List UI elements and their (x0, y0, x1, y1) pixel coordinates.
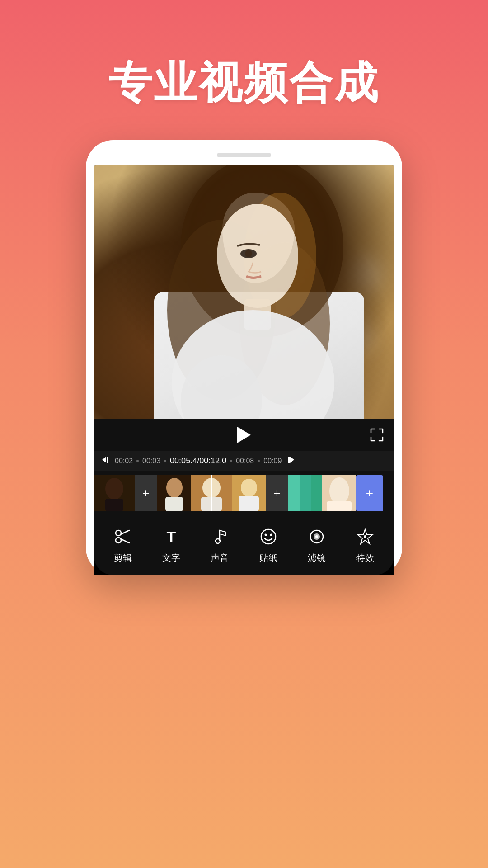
svg-point-41 (270, 534, 272, 536)
tool-text[interactable]: T 文字 (160, 525, 183, 564)
svg-line-36 (121, 539, 129, 543)
svg-text:T: T (167, 528, 176, 545)
timeline-mark-3: 00:03 (142, 457, 160, 465)
timeline-skip-back[interactable] (101, 455, 111, 467)
timeline-skip-forward[interactable] (285, 455, 295, 467)
timeline-mark-2: 00:02 (115, 457, 133, 465)
controls-bar (94, 419, 394, 451)
clip-item-4[interactable] (232, 475, 266, 511)
svg-rect-20 (165, 497, 183, 511)
fullscreen-icon (370, 428, 384, 442)
clip-add-btn-3[interactable]: + (356, 475, 383, 511)
portrait-svg (94, 165, 394, 419)
tool-sticker[interactable]: 贴纸 (257, 525, 280, 564)
music-icon (208, 525, 231, 548)
timeline-dot-1 (136, 460, 139, 462)
playhead (211, 475, 212, 511)
tool-text-label: 文字 (162, 552, 180, 564)
timeline-current-time: 00:05.4/00:12.0 (170, 456, 226, 466)
svg-point-16 (105, 478, 123, 500)
svg-rect-17 (105, 499, 123, 511)
add-icon-2: + (273, 487, 281, 500)
svg-marker-13 (290, 457, 294, 463)
scissors-icon (111, 525, 135, 548)
add-icon-3: + (366, 487, 373, 500)
tool-audio[interactable]: 声音 (208, 525, 231, 564)
phone-speaker (217, 153, 271, 157)
clip-item-2[interactable] (157, 475, 191, 511)
svg-point-40 (264, 534, 267, 536)
clip-item-6[interactable] (322, 475, 356, 511)
svg-rect-26 (239, 496, 259, 511)
tool-sticker-label: 贴纸 (259, 552, 277, 564)
tool-cut-label: 剪辑 (114, 552, 132, 564)
sticker-icon (257, 525, 280, 548)
svg-point-38 (216, 539, 220, 543)
title-area: 专业视频合成 (0, 0, 488, 140)
svg-point-10 (245, 250, 252, 257)
tool-filter[interactable]: 滤镜 (305, 525, 328, 564)
svg-line-35 (121, 530, 129, 534)
timeline-mark-8: 00:08 (236, 457, 254, 465)
timeline-dot-4 (258, 460, 260, 462)
clip-item-3[interactable] (191, 475, 232, 511)
clip-item-5[interactable] (288, 475, 322, 511)
bottom-toolbar: 剪辑 T 文字 (94, 516, 394, 575)
svg-point-19 (166, 478, 183, 498)
svg-point-31 (329, 477, 349, 505)
svg-point-39 (261, 529, 276, 544)
add-icon-1: + (142, 487, 150, 500)
svg-point-33 (116, 530, 121, 536)
svg-rect-32 (327, 501, 352, 511)
svg-point-46 (364, 535, 366, 538)
phone-wrapper: 00:02 00:03 00:05.4/00:12.0 00:08 00:09 (0, 140, 488, 575)
svg-point-44 (315, 535, 318, 538)
text-icon: T (160, 525, 183, 548)
timeline-dot-2 (164, 460, 166, 462)
timeline-dot-3 (230, 460, 232, 462)
clip-item-1[interactable] (94, 475, 135, 511)
page-title: 专业视频合成 (0, 54, 488, 113)
tool-audio-label: 声音 (211, 552, 229, 564)
video-preview (94, 165, 394, 419)
phone-screen: 00:02 00:03 00:05.4/00:12.0 00:08 00:09 (94, 165, 394, 575)
svg-point-34 (116, 538, 121, 543)
play-button[interactable] (237, 427, 251, 443)
clips-strip: + (94, 471, 394, 516)
timeline-mark-9: 00:09 (263, 457, 282, 465)
svg-point-5 (217, 204, 298, 308)
svg-rect-29 (311, 475, 322, 511)
svg-rect-28 (288, 475, 300, 511)
svg-rect-12 (107, 457, 108, 463)
effects-icon (353, 525, 377, 548)
tool-cut[interactable]: 剪辑 (111, 525, 135, 564)
clip-add-btn-2[interactable]: + (266, 475, 288, 511)
svg-rect-14 (288, 457, 290, 463)
fullscreen-button[interactable] (369, 427, 385, 443)
tool-effects[interactable]: 特效 (353, 525, 377, 564)
tool-effects-label: 特效 (356, 552, 374, 564)
svg-marker-11 (102, 457, 106, 463)
timeline-bar: 00:02 00:03 00:05.4/00:12.0 00:08 00:09 (94, 451, 394, 471)
filter-icon (305, 525, 328, 548)
phone-mockup: 00:02 00:03 00:05.4/00:12.0 00:08 00:09 (86, 140, 402, 575)
tool-filter-label: 滤镜 (308, 552, 326, 564)
svg-point-25 (241, 479, 257, 497)
clip-add-btn-1[interactable]: + (135, 475, 157, 511)
